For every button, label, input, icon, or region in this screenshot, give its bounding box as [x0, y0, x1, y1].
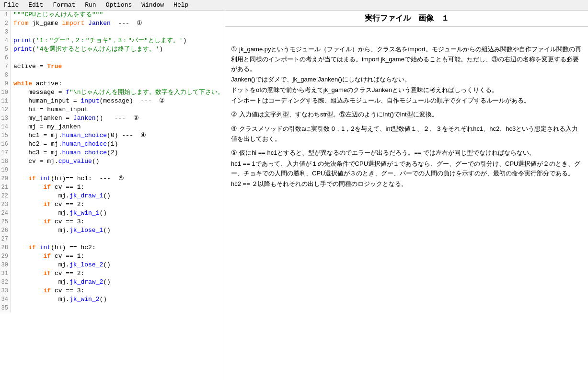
- line-number: 15: [0, 131, 11, 140]
- menu-edit[interactable]: Edit: [26, 1, 45, 9]
- page-title: 実行ファイル 画像 １: [225, 11, 588, 27]
- line-content: cv = mj.cpu_value(): [11, 157, 99, 166]
- main-content: 1"""CPUとじゃんけんをする"""2from jk_game import …: [0, 11, 588, 380]
- line-content: print('1："グー"，2："チョキ"，3："パー"とします。'): [11, 36, 186, 45]
- line-number: 17: [0, 149, 11, 157]
- table-row: 6: [0, 54, 225, 62]
- line-number: 24: [0, 209, 11, 218]
- line-number: 14: [0, 123, 11, 131]
- line-number: 25: [0, 218, 11, 226]
- line-content: hi = human_input: [11, 105, 88, 114]
- line-number: 34: [0, 295, 11, 304]
- table-row: 28 if int(hi) == hc2:: [0, 243, 225, 252]
- code-panel[interactable]: 1"""CPUとじゃんけんをする"""2from jk_game import …: [0, 11, 225, 380]
- line-content: while active:: [11, 80, 62, 88]
- explain-text: クラスメソッドの引数aに実引数 0，1，2を与えて、int型数値１、２、３をそれ…: [231, 125, 578, 142]
- line-number: 28: [0, 243, 11, 252]
- table-row: 22 mj.jk_draw_1(): [0, 192, 225, 200]
- line-content: if cv == 1:: [11, 252, 84, 261]
- line-number: 7: [0, 62, 11, 71]
- explain-section-5: ⑤仮にhi == hc1とすると、型が異なるのでエラーが出るだろう。== では左…: [231, 148, 582, 189]
- line-number: 2: [0, 19, 11, 28]
- menu-window[interactable]: Window: [139, 1, 166, 9]
- line-content: mj.jk_draw_1(): [11, 192, 111, 200]
- line-number: 35: [0, 304, 11, 312]
- line-content: [11, 304, 13, 312]
- explain-section-1: ①jk_game.pyというモジュール（ファイル）から、クラス名をimport。…: [231, 44, 582, 105]
- circled-num-1: ①: [231, 44, 237, 55]
- table-row: 35: [0, 304, 225, 312]
- line-content: if cv == 3:: [11, 287, 84, 295]
- line-number: 13: [0, 114, 11, 123]
- table-row: 14 mj = my_janken: [0, 123, 225, 131]
- table-row: 18 cv = mj.cpu_value(): [0, 157, 225, 166]
- line-content: mj.jk_lose_2(): [11, 261, 111, 269]
- table-row: 32 mj.jk_draw_2(): [0, 278, 225, 287]
- table-row: 23 if cv == 2:: [0, 200, 225, 209]
- table-row: 34 mj.jk_win_2(): [0, 295, 225, 304]
- table-row: 2from jk_game import Janken --- ①: [0, 19, 225, 28]
- line-number: 9: [0, 80, 11, 88]
- line-number: 30: [0, 261, 11, 269]
- line-content: active = True: [11, 62, 62, 71]
- menu-help[interactable]: Help: [172, 1, 190, 9]
- explain-subtext: Janken()ではダメで、jk_game.Janken()にしなければならない…: [231, 75, 582, 84]
- table-row: 10 message = f"\nじゃんけんを開始します。数字を入力して下さい。…: [0, 88, 225, 97]
- line-content: mj.jk_win_2(): [11, 295, 107, 304]
- line-number: 11: [0, 97, 11, 105]
- circled-num-4: ④: [231, 124, 237, 134]
- line-content: [11, 235, 13, 243]
- table-row: 17 hc3 = mj.human_choice(2): [0, 149, 225, 157]
- table-row: 7active = True: [0, 62, 225, 71]
- explain-section-4: ④クラスメソッドの引数aに実引数 0，1，2を与えて、int型数値１、２、３をそ…: [231, 124, 582, 144]
- line-content: mj.jk_draw_2(): [11, 278, 111, 287]
- explain-subtext: インポートはコーディングする際、組込みモジュール、自作モジュールの順序でタイプす…: [231, 96, 582, 105]
- line-content: mj.jk_lose_1(): [11, 226, 111, 235]
- line-number: 1: [0, 11, 11, 19]
- line-content: hc2 = mj.human_choice(1): [11, 140, 118, 149]
- table-row: 19: [0, 166, 225, 174]
- table-row: 29 if cv == 1:: [0, 252, 225, 261]
- line-number: 19: [0, 166, 11, 174]
- line-content: mj = my_janken: [11, 123, 81, 131]
- menu-run[interactable]: Run: [83, 1, 98, 9]
- table-row: 13 my_janken = Janken() --- ③: [0, 114, 225, 123]
- line-number: 4: [0, 36, 11, 45]
- line-number: 12: [0, 105, 11, 114]
- explain-text: 入力値は文字列型、すなわちstr型。⑤左辺のようにint()でint型に変換。: [239, 111, 438, 118]
- table-row: 16 hc2 = mj.human_choice(1): [0, 140, 225, 149]
- line-content: if int(hi)== hc1: --- ⑤: [11, 174, 124, 183]
- line-content: hc3 = mj.human_choice(2): [11, 149, 118, 157]
- line-content: [11, 71, 13, 80]
- code-lines: 1"""CPUとじゃんけんをする"""2from jk_game import …: [0, 11, 225, 312]
- menu-bar: File Edit Format Run Options Window Help: [0, 0, 588, 11]
- table-row: 27: [0, 235, 225, 243]
- table-row: 15 hc1 = mj.human_choice(0) --- ④: [0, 131, 225, 140]
- line-content: if cv == 2:: [11, 200, 84, 209]
- line-content: hc1 = mj.human_choice(0) --- ④: [11, 131, 146, 140]
- table-row: 8: [0, 71, 225, 80]
- line-number: 33: [0, 287, 11, 295]
- table-row: 31 if cv == 2:: [0, 269, 225, 278]
- menu-options[interactable]: Options: [104, 1, 134, 9]
- line-content: [11, 54, 13, 62]
- line-number: 21: [0, 183, 11, 192]
- line-number: 29: [0, 252, 11, 261]
- explain-panel: ①jk_game.pyというモジュール（ファイル）から、クラス名をimport。…: [225, 27, 588, 196]
- menu-format[interactable]: Format: [51, 1, 77, 9]
- table-row: 25 if cv == 3:: [0, 218, 225, 226]
- line-content: if cv == 1:: [11, 183, 84, 192]
- line-number: 8: [0, 71, 11, 80]
- table-row: 24 mj.jk_win_1(): [0, 209, 225, 218]
- table-row: 5print('4を選択するとじゃんけんは終了します。'): [0, 45, 225, 54]
- line-number: 5: [0, 45, 11, 54]
- table-row: 3: [0, 28, 225, 36]
- table-row: 4print('1："グー"，2："チョキ"，3："パー"とします。'): [0, 36, 225, 45]
- line-number: 31: [0, 269, 11, 278]
- line-number: 3: [0, 28, 11, 36]
- menu-file[interactable]: File: [2, 1, 21, 9]
- line-number: 22: [0, 192, 11, 200]
- line-content: if int(hi) == hc2:: [11, 243, 96, 252]
- explain-section-2: ②入力値は文字列型、すなわちstr型。⑤左辺のようにint()でint型に変換。: [231, 109, 582, 120]
- explain-subtext: hc1 == 1であって、入力値が１の先決条件でCPU選択値が１であるなら、グー…: [231, 159, 582, 178]
